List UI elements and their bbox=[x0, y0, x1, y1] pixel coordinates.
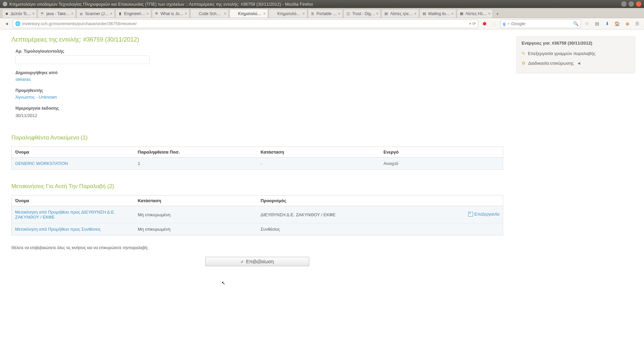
confirm-question: Θέλετε να επιβεβαιώσετε όλες τις κινήσει… bbox=[11, 245, 503, 250]
sidebar-action[interactable]: ✎Επεξεργασία γραμμών παραλαβής bbox=[522, 50, 630, 59]
browser-tab[interactable]: ▤Mailing lis…× bbox=[420, 9, 456, 18]
supplier-field: Προμηθευτής Άγνωστος - Unknown bbox=[11, 88, 503, 100]
app-icon bbox=[3, 2, 7, 6]
window-maximize-button[interactable] bbox=[629, 1, 634, 7]
movement-dest: Συνθέσεις bbox=[257, 223, 429, 235]
extension-icon[interactable]: ◉ bbox=[623, 20, 631, 28]
tab-close-icon[interactable]: × bbox=[185, 11, 187, 16]
tab-label: Trust - Dig… bbox=[352, 11, 375, 16]
tab-favicon: ▮ bbox=[118, 11, 122, 16]
tab-close-icon[interactable]: × bbox=[488, 11, 490, 16]
movement-link[interactable]: Μετακίνηση από Προμήθεια προς ΔΙΕΥΘΥΝΣΗ … bbox=[15, 210, 115, 220]
search-button[interactable]: 🔍 bbox=[573, 21, 579, 26]
order-heading: Λεπτομέρειες της εντολής: #36759 (30/11/… bbox=[11, 36, 503, 43]
tab-close-icon[interactable]: × bbox=[303, 11, 305, 16]
tab-label: Λίστες ηλε… bbox=[390, 11, 413, 16]
browser-tab-strip: ◆Δελτία Τε…×☕java - Take…×◘Scanner (J…×▮… bbox=[0, 8, 644, 18]
invoice-value-box bbox=[15, 55, 150, 64]
tab-favicon: ◘ bbox=[79, 11, 84, 16]
browser-tab[interactable]: ◘Scanner (J…× bbox=[76, 9, 115, 18]
tab-label: Λίστες Ηλ… bbox=[466, 11, 487, 16]
tab-favicon: B bbox=[310, 11, 315, 16]
tab-close-icon[interactable]: × bbox=[451, 11, 453, 16]
browser-tab[interactable]: Κτηματολόγι…× bbox=[229, 9, 268, 18]
created-by-label: Δημιουργήθηκε από bbox=[15, 70, 503, 75]
sidebar-action-label[interactable]: Διαδικασία επικύρωσης bbox=[528, 61, 574, 66]
tab-close-icon[interactable]: × bbox=[414, 11, 417, 16]
tab-favicon bbox=[271, 11, 276, 16]
confirm-button[interactable]: Επιβεβαίωση bbox=[205, 257, 309, 266]
reload-button[interactable]: ⟳ bbox=[472, 21, 476, 26]
search-input[interactable] bbox=[511, 21, 573, 26]
cursor-icon: ↖ bbox=[221, 280, 225, 286]
tab-close-icon[interactable]: × bbox=[71, 11, 73, 16]
tab-label: java - Take… bbox=[46, 11, 70, 16]
browser-tab[interactable]: BPortable …× bbox=[308, 9, 343, 18]
col-qty: Παραληφθείσα Ποσ. bbox=[135, 147, 257, 158]
main-column: Λεπτομέρειες της εντολής: #36759 (30/11/… bbox=[0, 36, 517, 333]
tab-favicon: ✲ bbox=[154, 11, 159, 16]
supplier-label: Προμηθευτής bbox=[15, 88, 503, 93]
back-button[interactable]: ◄ bbox=[3, 20, 11, 28]
tab-close-icon[interactable]: × bbox=[263, 11, 266, 16]
created-by-link[interactable]: stelaras bbox=[15, 77, 31, 82]
tab-close-icon[interactable]: × bbox=[338, 11, 340, 16]
adblock-icon[interactable]: ⬢ bbox=[480, 20, 488, 28]
tab-favicon: ▤ bbox=[384, 11, 388, 16]
menu-button[interactable]: ☰ bbox=[633, 20, 641, 28]
browser-tab[interactable]: ▮Engineeri…× bbox=[115, 9, 151, 18]
downloads-icon[interactable]: ⬇ bbox=[603, 20, 611, 28]
tab-favicon: ☕ bbox=[40, 11, 45, 16]
window-close-button[interactable] bbox=[636, 1, 641, 7]
tab-favicon: ▤ bbox=[422, 11, 427, 16]
nav-separator: | bbox=[490, 20, 498, 28]
movement-link[interactable]: Μετακίνηση από Προμήθεια προς Συνθέσεις bbox=[15, 227, 101, 232]
movement-status: Μη επικυρωμένη bbox=[135, 223, 257, 235]
tab-close-icon[interactable]: × bbox=[110, 11, 112, 16]
col-mv-name: Όνομα bbox=[12, 195, 135, 206]
created-by-field: Δημιουργήθηκε από stelaras bbox=[11, 70, 503, 82]
tab-close-icon[interactable]: × bbox=[376, 11, 378, 16]
tab-close-icon[interactable]: × bbox=[224, 11, 226, 16]
pencil-icon: ✎ bbox=[522, 51, 525, 56]
url-dropdown-icon[interactable]: ▾ bbox=[469, 22, 471, 25]
tab-close-icon[interactable]: × bbox=[147, 11, 149, 16]
sidebar-action[interactable]: ⚙Διαδικασία επικύρωσης◀ bbox=[522, 59, 630, 69]
tab-favicon bbox=[232, 11, 236, 16]
tab-label: Code School -… bbox=[199, 11, 223, 16]
new-tab-button[interactable]: + bbox=[493, 10, 501, 18]
tab-favicon: ◫ bbox=[346, 11, 351, 16]
issue-date-value: 30/11/2012 bbox=[15, 112, 150, 121]
window-titlebar: Κτηματολόγιο υποδομών Τεχνολογίας Πληροφ… bbox=[0, 0, 644, 8]
item-link[interactable]: GENERIC WORKSTATION bbox=[15, 161, 68, 166]
browser-tab[interactable]: Code School -…× bbox=[190, 9, 229, 18]
browser-tab[interactable]: ▦Λίστες Ηλ…× bbox=[457, 9, 493, 18]
col-active: Ενεργό bbox=[380, 147, 503, 158]
tab-close-icon[interactable]: × bbox=[32, 11, 35, 16]
address-bar[interactable]: 🌐 ▾ ⟳ bbox=[13, 19, 478, 28]
tab-label: Κτηματολόγι… bbox=[277, 11, 301, 16]
browser-tab[interactable]: Κτηματολόγι…× bbox=[269, 9, 307, 18]
edit-link[interactable]: Επεξεργασία bbox=[468, 212, 499, 217]
invoice-field: Αρ. Τιμολογίου/εντολής bbox=[11, 49, 503, 64]
search-bar[interactable]: g ▾ 🔍 bbox=[500, 19, 581, 28]
item-active: Ανοιχτό bbox=[380, 158, 503, 170]
supplier-link[interactable]: Άγνωστος - Unknown bbox=[15, 95, 57, 100]
sidebar-action-label[interactable]: Επεξεργασία γραμμών παραλαβής bbox=[528, 51, 595, 56]
col-mv-status: Κατάσταση bbox=[135, 195, 257, 206]
tab-label: Scanner (J… bbox=[85, 11, 109, 16]
home-button[interactable]: 🏠 bbox=[613, 20, 621, 28]
browser-tab[interactable]: ☕java - Take…× bbox=[38, 9, 76, 18]
browser-tab[interactable]: ▤Λίστες ηλε…× bbox=[381, 9, 419, 18]
browser-tab[interactable]: ◫Trust - Dig…× bbox=[343, 9, 381, 18]
tab-label: Portable … bbox=[317, 11, 337, 16]
bookmark-star-icon[interactable]: ☆ bbox=[583, 20, 591, 28]
library-icon[interactable]: ▤ bbox=[593, 20, 601, 28]
url-input[interactable] bbox=[22, 21, 468, 26]
col-mv-dest: Προορισμός bbox=[257, 195, 429, 206]
received-items-table: Όνομα Παραληφθείσα Ποσ. Κατάσταση Ενεργό… bbox=[11, 147, 503, 170]
window-title: Κτηματολόγιο υποδομών Τεχνολογίας Πληροφ… bbox=[9, 2, 313, 7]
browser-tab[interactable]: ◆Δελτία Τε…× bbox=[2, 9, 37, 18]
window-minimize-button[interactable] bbox=[621, 1, 627, 7]
browser-tab[interactable]: ✲What is Jo…× bbox=[152, 9, 190, 18]
